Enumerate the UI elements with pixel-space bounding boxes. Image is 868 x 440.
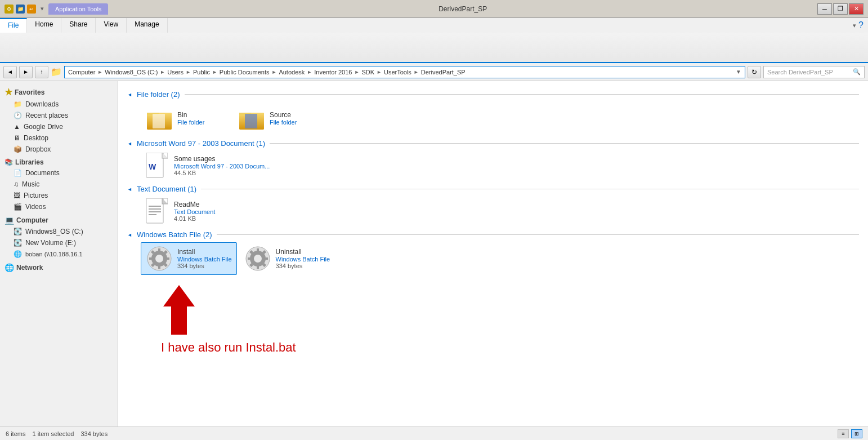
someusages-info: Some usages Microsoft Word 97 - 2003 Doc…	[174, 155, 270, 176]
back-button[interactable]: ◄	[3, 66, 17, 78]
sidebar-item-downloads[interactable]: 📁 Downloads	[0, 99, 118, 110]
svg-rect-25	[149, 257, 153, 260]
status-left: 6 items 1 item selected 334 bytes	[6, 430, 108, 437]
sidebar-item-music[interactable]: ♫ Music	[0, 179, 118, 190]
bin-folder-icon	[146, 105, 173, 132]
sidebar-item-desktop[interactable]: 🖥 Desktop	[0, 132, 118, 144]
sidebar-item-videos[interactable]: 🎬 Videos	[0, 201, 118, 212]
path-derivedpart: DerivedPart_SP	[421, 69, 466, 75]
ribbon-tabs: File Home Share View Manage ▾ ?	[0, 18, 868, 33]
view-large-button[interactable]: ⊞	[851, 429, 862, 438]
view-details-button[interactable]: ≡	[838, 429, 849, 438]
path-public-docs: Public Documents	[220, 69, 270, 75]
address-path[interactable]: Computer ► Windows8_OS (C:) ► Users ► Pu…	[64, 66, 745, 78]
restore-button[interactable]: ❐	[833, 3, 848, 15]
computer-label: Computer	[16, 216, 48, 224]
network-icon: 🌐	[5, 263, 14, 272]
file-item-source[interactable]: Source File folder	[233, 102, 323, 135]
windows-drive-label: Windows8_OS (C:)	[25, 228, 83, 235]
sidebar-item-googledrive[interactable]: ▲ Google Drive	[0, 121, 118, 132]
close-button[interactable]: ✕	[849, 3, 863, 15]
sidebar-item-recent[interactable]: 🕐 Recent places	[0, 110, 118, 121]
sidebar-item-windows-drive[interactable]: 💽 Windows8_OS (C:)	[0, 226, 118, 237]
sidebar-item-new-volume[interactable]: 💽 New Volume (E:)	[0, 237, 118, 248]
tab-share[interactable]: Share	[61, 18, 96, 33]
file-item-bin[interactable]: Bin File folder	[141, 102, 231, 135]
status-bar: 6 items 1 item selected 334 bytes ≡ ⊞	[0, 426, 868, 440]
up-button[interactable]: ↑	[35, 66, 48, 78]
search-icon: 🔍	[853, 68, 861, 75]
file-item-uninstall[interactable]: Uninstall Windows Batch File 334 bytes	[239, 242, 335, 275]
path-icon: 📁	[51, 66, 62, 77]
status-right: ≡ ⊞	[838, 429, 862, 438]
minimize-button[interactable]: ─	[817, 3, 832, 15]
word-group-items: W Some usages Microsoft Word 97 - 2003 D…	[127, 151, 859, 180]
file-item-install[interactable]: Install Windows Batch File 334 bytes	[141, 242, 237, 275]
arrow-stem	[171, 306, 187, 335]
sidebar: ★ Favorites 📁 Downloads 🕐 Recent places …	[0, 81, 118, 426]
path-sdk: SDK	[361, 69, 374, 75]
annotation-text: I have also run Instal.bat	[161, 340, 296, 355]
svg-rect-7	[245, 114, 257, 128]
folder-group-items: Bin File folder	[127, 102, 859, 135]
bin-file-info: Bin File folder	[177, 111, 204, 126]
file-item-someusages[interactable]: W Some usages Microsoft Word 97 - 2003 D…	[141, 151, 275, 180]
items-count: 6 items	[6, 430, 25, 437]
group-line-word	[270, 143, 859, 144]
sidebar-item-pictures[interactable]: 🖼 Pictures	[0, 190, 118, 201]
sidebar-network-header: 🌐 Network	[0, 260, 118, 273]
annotation-container: I have also run Instal.bat	[127, 279, 859, 355]
source-name: Source	[270, 111, 297, 119]
group-text-label: Text Document (1)	[137, 185, 196, 193]
uninstall-file-info: Uninstall Windows Batch File 334 bytes	[276, 248, 330, 269]
uninstall-type: Windows Batch File	[276, 256, 330, 263]
sidebar-item-dropbox[interactable]: 📦 Dropbox	[0, 144, 118, 155]
svg-rect-35	[257, 265, 259, 269]
sidebar-item-network-drive[interactable]: 🌐 boban (\\10.188.16.1	[0, 248, 118, 260]
source-file-info: Source File folder	[270, 111, 297, 126]
network-label: Network	[16, 264, 43, 272]
ribbon-content	[0, 33, 868, 63]
path-public: Public	[193, 69, 210, 75]
network-drive-label: boban (\\10.188.16.1	[25, 251, 83, 257]
help-icon[interactable]: ?	[858, 20, 863, 30]
svg-rect-34	[257, 248, 259, 252]
selected-size: 334 bytes	[80, 430, 108, 437]
tab-home[interactable]: Home	[27, 18, 61, 33]
pictures-label: Pictures	[24, 192, 48, 199]
svg-rect-3	[153, 114, 165, 128]
readme-name: ReadMe	[174, 201, 215, 208]
someusages-type: Microsoft Word 97 - 2003 Docum...	[174, 163, 270, 170]
file-item-readme[interactable]: ReadMe Text Document 4.01 KB	[141, 197, 220, 226]
tab-view[interactable]: View	[96, 18, 127, 33]
forward-button[interactable]: ►	[19, 66, 33, 78]
readme-info: ReadMe Text Document 4.01 KB	[174, 201, 215, 222]
sidebar-item-documents[interactable]: 📄 Documents	[0, 167, 118, 179]
title-bar-left: ⚙ 📁 ↩ ▾ Application Tools	[5, 3, 108, 15]
tab-manage[interactable]: Manage	[127, 18, 167, 33]
refresh-button[interactable]: ↻	[748, 66, 761, 78]
svg-rect-13	[146, 198, 163, 223]
group-line	[185, 94, 860, 95]
tab-file[interactable]: File	[0, 18, 27, 33]
arrow-head	[163, 285, 195, 306]
batch-group-items: Install Windows Batch File 334 bytes	[127, 242, 859, 275]
recent-label: Recent places	[25, 112, 68, 119]
libraries-icon: 📚	[5, 158, 13, 166]
downloads-label: Downloads	[25, 100, 59, 108]
search-placeholder: Search DerivedPart_SP	[767, 69, 833, 75]
dropbox-label: Dropbox	[25, 145, 51, 153]
googledrive-icon: ▲	[14, 123, 20, 131]
path-usertools: UserTools	[384, 69, 411, 75]
app-tools-tab: Application Tools	[48, 3, 108, 15]
red-arrow-group	[161, 285, 197, 335]
app-icon-2: 📁	[16, 5, 25, 14]
music-label: Music	[22, 180, 39, 188]
documents-label: Documents	[25, 169, 60, 177]
music-icon: ♫	[14, 180, 19, 188]
recent-icon: 🕐	[14, 112, 22, 119]
search-box[interactable]: Search DerivedPart_SP 🔍	[763, 66, 865, 78]
svg-point-22	[155, 255, 163, 263]
videos-label: Videos	[25, 203, 46, 211]
group-folders-label: File folder (2)	[137, 90, 180, 99]
